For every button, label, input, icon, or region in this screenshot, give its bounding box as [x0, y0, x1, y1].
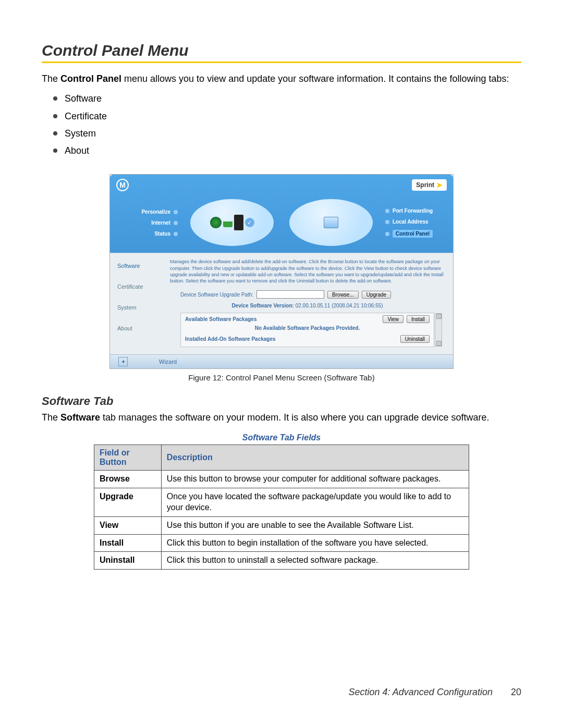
th-field: Field or Button — [94, 445, 162, 471]
table-row: Upgrade Once you have located the softwa… — [94, 488, 469, 517]
table-row: Install Click this button to begin insta… — [94, 534, 469, 552]
table-row: View Use this button if you are unable t… — [94, 516, 469, 534]
nav-dot-icon — [174, 221, 178, 225]
bullet-item: Software — [53, 90, 521, 107]
nav-control-panel[interactable]: Control Panel — [385, 230, 448, 238]
tab-about[interactable]: About — [117, 325, 170, 331]
signal-bars-icon — [223, 218, 232, 227]
browse-button[interactable]: Browse... — [327, 291, 359, 299]
nav-personalize[interactable]: Personalize — [115, 209, 178, 215]
cell-desc: Once you have located the software packa… — [161, 488, 469, 517]
sub-intro-bold: Software — [60, 412, 100, 423]
tab-software[interactable]: Software — [117, 263, 170, 269]
cell-desc: Click this button to uninstall a selecte… — [161, 552, 469, 570]
wizard-label[interactable]: Wizard — [159, 359, 177, 365]
uninstall-button[interactable]: Uninstall — [400, 335, 430, 343]
nav-left-group: Personalize Internet Status — [115, 204, 183, 242]
software-tab-paragraph: The Software tab manages the software on… — [42, 411, 521, 424]
globe-icon — [210, 217, 222, 228]
nav-status[interactable]: Status — [115, 231, 178, 237]
cell-desc: Click this button to begin installation … — [161, 534, 469, 552]
footer-section: Section 4: Advanced Configuration — [348, 687, 493, 697]
table-row: Browse Use this button to browse your co… — [94, 471, 469, 488]
status-bubble-right — [289, 199, 373, 246]
router-icon — [234, 215, 243, 230]
nav-port-forwarding[interactable]: Port Forwarding — [385, 208, 448, 214]
sprint-label: Sprint — [416, 181, 434, 189]
bullet-item: Certificate — [53, 108, 521, 125]
cell-field: View — [94, 516, 162, 534]
check-icon: ✓ — [245, 218, 254, 227]
help-text: Manages the device software and add/dele… — [170, 258, 445, 284]
nav-right-group: Port Forwarding Local Address Control Pa… — [380, 203, 448, 243]
cell-field: Install — [94, 534, 162, 552]
nav-dot-icon — [385, 220, 389, 224]
table-row: Uninstall Click this button to uninstall… — [94, 552, 469, 570]
screenshot-figure: M Sprint ➤ Personalize Internet Status — [109, 174, 454, 369]
sub-intro-pre: The — [42, 412, 60, 423]
fields-table: Field or Button Description Browse Use t… — [94, 445, 469, 570]
table-title: Software Tab Fields — [94, 433, 469, 442]
footer-page-number: 20 — [511, 687, 521, 697]
upgrade-path-label: Device Software Upgrade Path: — [180, 292, 253, 298]
available-packages-title: Available Software Packages — [185, 316, 380, 322]
installed-packages-title: Installed Add-On Software Packages — [185, 336, 397, 342]
no-packages-message: No Available Software Packages Provided. — [185, 325, 430, 331]
motorola-logo-icon: M — [116, 179, 129, 191]
install-button[interactable]: Install — [407, 315, 430, 323]
sub-intro-post: tab manages the software on your modem. … — [100, 412, 489, 423]
cell-field: Browse — [94, 471, 162, 488]
software-tab-heading: Software Tab — [42, 394, 521, 408]
nav-local-address[interactable]: Local Address — [385, 219, 448, 225]
view-button[interactable]: View — [383, 315, 403, 323]
status-bubble-left: ✓ — [190, 199, 274, 246]
page-footer: Section 4: Advanced Configuration 20 — [348, 687, 521, 698]
sprint-wing-icon: ➤ — [436, 181, 443, 189]
cell-desc: Use this button to browse your computer … — [161, 471, 469, 488]
monitor-icon — [324, 217, 338, 228]
nav-label: Personalize — [141, 209, 170, 215]
wizard-icon[interactable]: ✦ — [118, 357, 128, 366]
nav-dot-icon — [174, 232, 178, 236]
tab-bullet-list: Software Certificate System About — [53, 90, 521, 159]
cell-field: Upgrade — [94, 488, 162, 517]
sprint-logo: Sprint ➤ — [412, 179, 447, 191]
side-tabs: Software Certificate System About — [110, 253, 170, 354]
upgrade-path-input[interactable] — [256, 290, 324, 299]
cell-desc: Use this button if you are unable to see… — [161, 516, 469, 534]
nav-internet[interactable]: Internet — [115, 220, 178, 226]
nav-dot-icon — [385, 232, 389, 236]
nav-label-active: Control Panel — [393, 230, 433, 238]
intro-paragraph: The Control Panel menu allows you to vie… — [42, 72, 521, 85]
bullet-item: System — [53, 125, 521, 142]
version-value: 02.00.10.05.11 (2008.04.21 10:06:55) — [296, 303, 383, 309]
page-heading: Control Panel Menu — [42, 42, 521, 63]
tab-system[interactable]: System — [117, 304, 170, 311]
intro-bold: Control Panel — [60, 73, 121, 84]
nav-label: Local Address — [393, 219, 429, 225]
tab-certificate[interactable]: Certificate — [117, 283, 170, 290]
version-label: Device Software Version: — [231, 303, 294, 309]
nav-dot-icon — [174, 210, 178, 214]
nav-label: Internet — [151, 220, 170, 226]
cell-field: Uninstall — [94, 552, 162, 570]
intro-post: menu allows you to view and update your … — [121, 73, 509, 84]
figure-caption: Figure 12: Control Panel Menu Screen (So… — [42, 373, 521, 382]
upgrade-button[interactable]: Upgrade — [362, 291, 391, 299]
nav-label: Status — [154, 231, 170, 237]
nav-dot-icon — [385, 209, 389, 213]
th-description: Description — [161, 445, 469, 471]
bullet-item: About — [53, 142, 521, 159]
nav-label: Port Forwarding — [393, 208, 433, 214]
scrollbar[interactable] — [435, 313, 442, 347]
intro-pre: The — [42, 73, 60, 84]
